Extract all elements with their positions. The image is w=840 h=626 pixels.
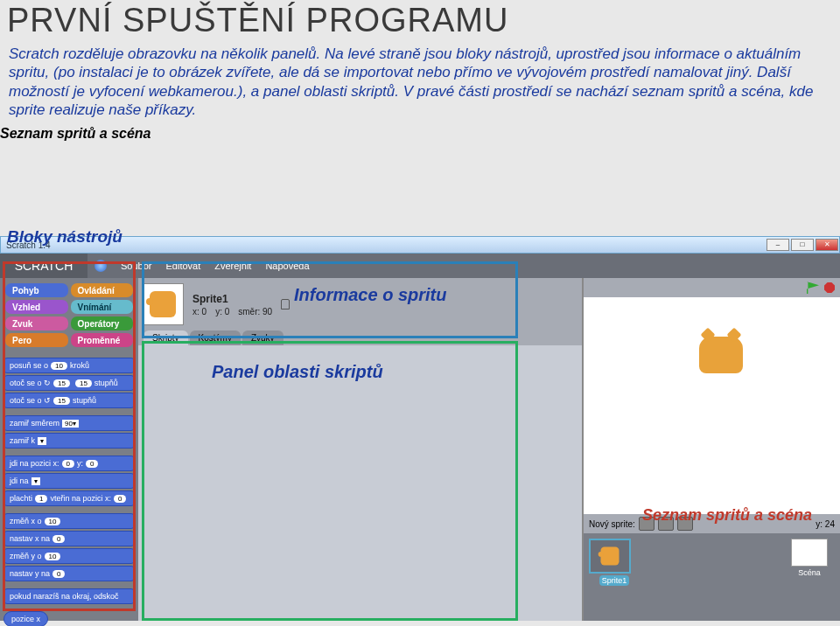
titlebar: Scratch 1.4 – □ ✕ (0, 236, 840, 254)
new-sprite-label: Nový sprite: (589, 519, 635, 529)
sprite-name[interactable]: Sprite1 (192, 293, 272, 305)
stage-panel: Nový sprite: y: 24 Sprite1 Scéna (582, 278, 840, 621)
blocks-palette: Pohyb Ovládání Vzhled Vnímání Zvuk Operá… (0, 278, 138, 621)
block-point-dir[interactable]: zamiř směrem90▾ (4, 415, 135, 431)
scratch-window: Scratch 1.4 – □ ✕ SCRATCH Soubor Editova… (0, 236, 840, 621)
tab-scripts[interactable]: Skripty (144, 330, 188, 345)
language-icon[interactable] (94, 260, 107, 272)
green-flag-icon[interactable] (807, 282, 819, 294)
sprite-dir: směr: 90 (238, 307, 272, 316)
block-goto-xy[interactable]: jdi na pozici x:0y:0 (4, 456, 135, 471)
choose-sprite-button[interactable] (658, 517, 674, 531)
sprite-info: Sprite1 x: 0 y: 0 směr: 90 (138, 278, 582, 330)
scratch-logo: SCRATCH (0, 254, 88, 278)
block-sety[interactable]: nastav y na0 (4, 566, 135, 581)
cat-sound[interactable]: Zvuk (5, 316, 68, 330)
tab-sounds[interactable]: Zvuky (242, 330, 284, 345)
stage-y: y: 24 (816, 519, 835, 529)
menu-share[interactable]: Zveřejnit (214, 261, 251, 271)
slide-body: Scratch rozděluje obrazovku na několik p… (0, 45, 840, 126)
block-point-to[interactable]: zamiř k▾ (4, 433, 135, 449)
lock-icon[interactable] (281, 299, 290, 310)
stage-controls (584, 278, 840, 297)
sprite-x: x: 0 (192, 307, 206, 316)
cat-operators[interactable]: Operátory (71, 316, 134, 330)
sprite-list: Sprite1 Scéna (584, 533, 840, 621)
stage[interactable] (584, 297, 840, 514)
sprite-thumb[interactable] (142, 283, 184, 325)
script-area[interactable] (138, 345, 582, 621)
close-button[interactable]: ✕ (816, 239, 838, 251)
sprite-tile[interactable]: Sprite1 (589, 539, 640, 616)
new-sprite-row: Nový sprite: y: 24 (584, 514, 840, 533)
random-sprite-button[interactable] (677, 517, 693, 531)
block-changey[interactable]: změň y o10 (4, 548, 135, 564)
paint-sprite-button[interactable] (639, 517, 654, 531)
block-bounce[interactable]: pokud narazíš na okraj, odskoč (4, 588, 135, 604)
block-move[interactable]: posuň se o10kroků (4, 358, 135, 373)
cat-looks[interactable]: Vzhled (5, 300, 68, 314)
window-title: Scratch 1.4 (1, 240, 766, 250)
block-turn-cw[interactable]: otoč se o ↻1515stupňů (4, 375, 135, 391)
maximize-button[interactable]: □ (791, 239, 814, 251)
minimize-button[interactable]: – (766, 239, 789, 251)
sprite-on-stage[interactable] (699, 337, 752, 385)
block-glide[interactable]: plachti1vteřin na pozici x:0 (4, 490, 135, 506)
block-turn-ccw[interactable]: otoč se o ↺15stupňů (4, 393, 135, 408)
cat-variables[interactable]: Proměnné (71, 333, 134, 347)
scene-tile[interactable]: Scéna (784, 539, 835, 616)
cat-motion[interactable]: Pohyb (5, 283, 68, 297)
reporter-x[interactable]: pozice x (4, 611, 48, 626)
sprite-y: y: 0 (215, 307, 229, 316)
cat-control[interactable]: Ovládání (71, 283, 134, 297)
menu-edit[interactable]: Editovat (165, 261, 200, 271)
slide-title: PRVNÍ SPUŠTĚNÍ PROGRAMU (0, 0, 840, 45)
tabs: Skripty Kostýmy Zvuky (138, 330, 582, 345)
menu-file[interactable]: Soubor (121, 261, 151, 271)
block-goto[interactable]: jdi na▾ (4, 473, 135, 489)
cat-sensing[interactable]: Vnímání (71, 300, 134, 314)
tab-costumes[interactable]: Kostýmy (190, 330, 241, 345)
block-changex[interactable]: změň x o10 (4, 513, 135, 529)
menubar: SCRATCH Soubor Editovat Zveřejnit Nápově… (0, 254, 840, 278)
menu-help[interactable]: Nápověda (265, 261, 309, 271)
block-setx[interactable]: nastav x na0 (4, 531, 135, 546)
stop-icon[interactable] (824, 282, 835, 293)
label-seznam: Seznam spritů a scéna (0, 126, 151, 142)
middle-panel: Sprite1 x: 0 y: 0 směr: 90 Skripty Kostý… (138, 278, 582, 621)
cat-pen[interactable]: Pero (5, 333, 68, 347)
